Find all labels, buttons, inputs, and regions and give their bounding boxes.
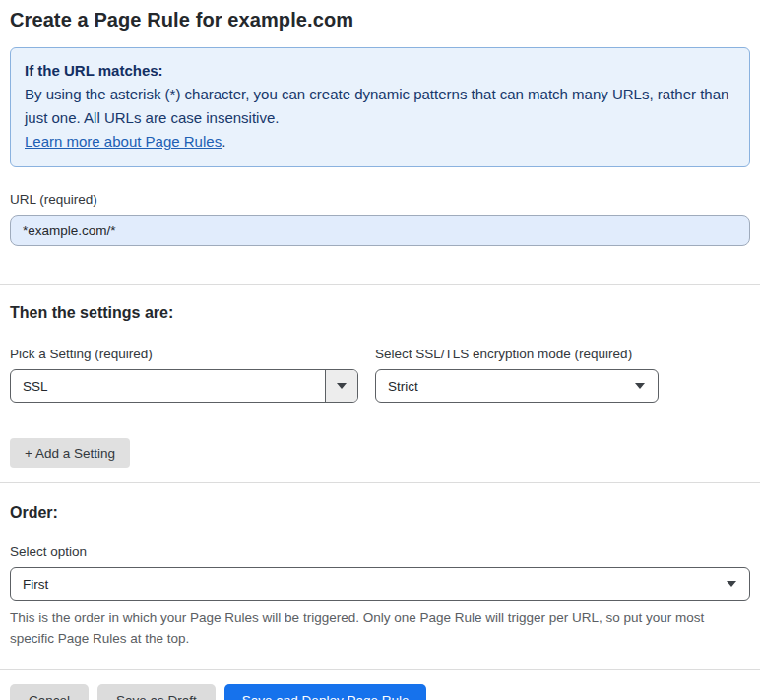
info-box-body: By using the asterisk (*) character, you… xyxy=(25,83,735,130)
save-and-deploy-button[interactable]: Save and Deploy Page Rule xyxy=(224,684,427,700)
order-select-value: First xyxy=(11,577,727,592)
form-actions: Cancel Save as Draft Save and Deploy Pag… xyxy=(10,684,750,700)
pick-setting-select[interactable]: SSL xyxy=(10,369,358,403)
pick-setting-label: Pick a Setting (required) xyxy=(10,347,358,361)
save-as-draft-button[interactable]: Save as Draft xyxy=(97,684,216,700)
settings-row: Pick a Setting (required) SSL Select SSL… xyxy=(10,347,750,403)
chevron-down-icon xyxy=(727,581,736,587)
ssl-mode-arrow-wrap xyxy=(635,383,658,389)
ssl-mode-select[interactable]: Strict xyxy=(375,369,659,403)
order-arrow-wrap xyxy=(727,581,749,587)
info-box-heading: If the URL matches: xyxy=(25,59,735,83)
ssl-mode-value: Strict xyxy=(376,379,635,394)
ssl-mode-column: Select SSL/TLS encryption mode (required… xyxy=(375,347,659,403)
chevron-down-icon xyxy=(337,383,347,389)
learn-more-link[interactable]: Learn more about Page Rules xyxy=(25,133,222,150)
pick-setting-dropdown-button[interactable] xyxy=(325,370,357,402)
ssl-mode-label: Select SSL/TLS encryption mode (required… xyxy=(375,347,659,361)
url-input[interactable] xyxy=(10,215,750,246)
page-title: Create a Page Rule for example.com xyxy=(10,9,750,32)
order-select[interactable]: First xyxy=(10,567,750,601)
settings-section-heading: Then the settings are: xyxy=(10,304,750,322)
order-help-text: This is the order in which your Page Rul… xyxy=(10,607,743,649)
pick-setting-column: Pick a Setting (required) SSL xyxy=(10,347,358,403)
page-rule-form: Create a Page Rule for example.com If th… xyxy=(0,9,760,700)
cancel-button[interactable]: Cancel xyxy=(10,684,89,700)
divider xyxy=(0,482,760,483)
chevron-down-icon xyxy=(635,383,645,389)
url-match-info-box: If the URL matches: By using the asteris… xyxy=(10,47,750,167)
order-select-label: Select option xyxy=(10,544,750,559)
order-section-heading: Order: xyxy=(10,504,750,522)
link-suffix: . xyxy=(222,133,225,150)
divider xyxy=(0,284,760,285)
url-field-label: URL (required) xyxy=(10,192,750,207)
pick-setting-value: SSL xyxy=(11,379,325,394)
add-setting-button[interactable]: + Add a Setting xyxy=(10,438,130,468)
info-box-link-line: Learn more about Page Rules. xyxy=(25,130,735,154)
divider xyxy=(0,669,760,670)
